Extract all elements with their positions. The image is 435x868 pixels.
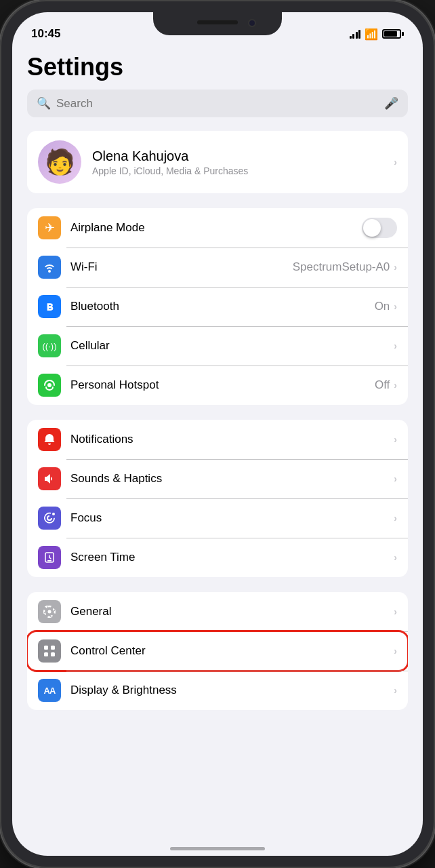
general-chevron: › [394,606,397,617]
cellular-icon: ((·)) [38,334,61,357]
bluetooth-icon: ʙ [38,295,61,318]
display-brightness-label: Display & Brightness [70,684,394,697]
control-center-icon [38,639,61,663]
profile-subtitle: Apple ID, iCloud, Media & Purchases [92,165,394,176]
status-time: 10:45 [31,27,60,41]
search-input[interactable] [56,97,379,111]
sounds-haptics-row[interactable]: Sounds & Haptics › [27,459,408,498]
screen-time-chevron: › [394,552,397,563]
bluetooth-value: On [375,300,390,313]
airplane-mode-toggle[interactable] [362,218,397,238]
avatar: 🧑 [38,140,81,184]
wifi-icon [38,256,61,279]
notifications-icon [38,428,61,451]
focus-label: Focus [70,511,394,525]
screen-time-icon [38,546,61,569]
bluetooth-label: Bluetooth [70,300,375,313]
speaker [197,20,238,24]
wifi-chevron: › [394,262,397,273]
display-brightness-row[interactable]: AA Display & Brightness › [27,671,408,710]
wifi-label: Wi-Fi [70,260,293,274]
hotspot-value: Off [375,378,390,392]
svg-point-0 [47,383,51,387]
svg-rect-7 [44,652,48,656]
search-icon: 🔍 [37,96,51,111]
focus-icon [38,507,61,530]
airplane-mode-row[interactable]: ✈ Airplane Mode [27,208,408,248]
general-section: General › Control Center › [27,592,408,710]
airplane-mode-label: Airplane Mode [70,221,362,235]
network-section: ✈ Airplane Mode Wi-Fi SpectrumSetup-A0 [27,208,408,405]
svg-rect-6 [51,646,55,650]
scroll-content[interactable]: Settings 🔍 🎤 🧑 Olena Kahujova Apple ID, … [12,46,423,856]
wifi-row[interactable]: Wi-Fi SpectrumSetup-A0 › [27,248,408,287]
profile-chevron: › [394,157,397,167]
airplane-mode-icon: ✈ [38,216,61,239]
battery-icon [382,29,404,39]
control-center-row[interactable]: Control Center › [27,631,408,671]
cellular-row[interactable]: ((·)) Cellular › [27,326,408,366]
notifications-chevron: › [394,434,397,445]
wifi-status-icon: 📶 [365,28,378,41]
profile-name: Olena Kahujova [92,149,394,164]
search-bar[interactable]: 🔍 🎤 [27,90,408,117]
profile-info: Olena Kahujova Apple ID, iCloud, Media &… [92,149,394,176]
camera [248,19,256,27]
control-center-chevron: › [394,646,397,656]
status-icons: 📶 [350,28,405,41]
notifications-row[interactable]: Notifications › [27,420,408,459]
screen-time-row[interactable]: Screen Time › [27,538,408,577]
bluetooth-row[interactable]: ʙ Bluetooth On › [27,287,408,326]
svg-rect-5 [44,646,48,650]
svg-rect-8 [51,652,55,656]
sounds-icon [38,467,61,490]
general-icon [38,600,61,623]
control-center-label: Control Center [70,644,394,658]
page-title: Settings [12,46,423,90]
screen-time-label: Screen Time [70,551,394,564]
hotspot-chevron: › [394,380,397,391]
screen: 10:45 📶 Settings [12,12,423,856]
svg-rect-3 [47,560,51,561]
focus-row[interactable]: Focus › [27,498,408,538]
sounds-chevron: › [394,473,397,484]
display-brightness-chevron: › [394,685,397,696]
svg-point-1 [52,513,55,515]
hotspot-icon [38,374,61,397]
phone-frame: 10:45 📶 Settings [0,0,435,868]
profile-section: 🧑 Olena Kahujova Apple ID, iCloud, Media… [27,131,408,193]
bluetooth-chevron: › [394,301,397,312]
personal-hotspot-row[interactable]: Personal Hotspot Off › [27,366,408,405]
profile-row[interactable]: 🧑 Olena Kahujova Apple ID, iCloud, Media… [27,131,408,193]
mic-icon: 🎤 [384,96,398,111]
notifications-label: Notifications [70,433,394,446]
notifications-section: Notifications › Sounds & Haptics › [27,420,408,577]
hotspot-label: Personal Hotspot [70,378,375,392]
svg-point-4 [48,610,51,614]
home-indicator[interactable] [170,847,265,850]
cellular-label: Cellular [70,339,394,353]
focus-chevron: › [394,513,397,524]
general-label: General [70,605,394,618]
cellular-chevron: › [394,340,397,351]
display-brightness-icon: AA [38,679,61,702]
sounds-label: Sounds & Haptics [70,472,394,486]
general-row[interactable]: General › [27,592,408,631]
signal-icon [350,29,361,39]
notch [153,12,282,35]
wifi-value: SpectrumSetup-A0 [293,260,390,274]
